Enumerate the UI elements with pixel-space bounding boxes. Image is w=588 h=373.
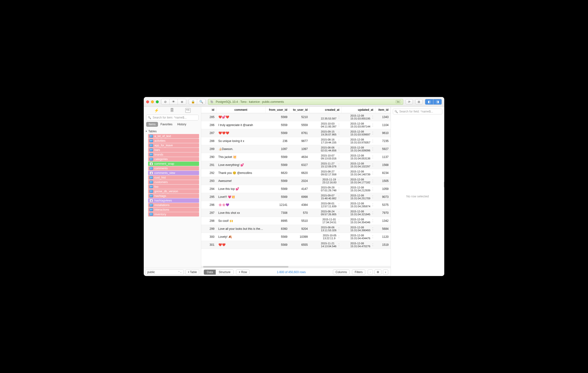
structure-tab[interactable]: Structure — [216, 270, 233, 274]
cell-from[interactable]: 8360 — [265, 225, 289, 233]
cell-created[interactable]: 2015-10-0513:22:11.9⌃⌄ — [310, 233, 342, 241]
add-table-button[interactable]: + Table — [186, 269, 199, 275]
sidebar-table-item[interactable]: cust_hist — [148, 175, 199, 180]
cell-comment[interactable]: Love this shot xx — [216, 209, 265, 217]
stepper-icon[interactable]: ⌃⌄ — [338, 188, 340, 190]
cell-updated[interactable]: 2015-12-0815:31:04.251709⌃⌄ — [342, 193, 375, 201]
table-row[interactable]: 299Love all your looks but this is the b… — [201, 225, 391, 233]
table-row[interactable]: 291Love everything! 💕556963272015-11-271… — [201, 161, 391, 169]
cell-from[interactable]: 5569 — [265, 177, 289, 185]
cell-created[interactable]: 2015-09-0715:48:40.882⌃⌄ — [310, 193, 342, 201]
stepper-icon[interactable]: ⌃⌄ — [372, 228, 373, 230]
right-panel-toggle[interactable]: ◨ — [433, 99, 441, 105]
cell-updated[interactable]: 2015-12-0815:31:04.140739⌃⌄ — [342, 169, 375, 177]
stepper-icon[interactable]: ⌃⌄ — [372, 156, 373, 158]
cell-comment[interactable]: 🌸🌸💜 — [216, 201, 265, 209]
cell-to[interactable]: 8761 — [289, 129, 310, 137]
col-comment[interactable]: comment — [216, 107, 265, 113]
cell-id[interactable]: 286 — [201, 121, 216, 129]
cell-to[interactable]: 9877 — [289, 137, 310, 145]
cell-comment[interactable]: So unique loving it x — [216, 137, 265, 145]
cell-from[interactable]: 236 — [265, 137, 289, 145]
cell-id[interactable]: 292 — [201, 169, 216, 177]
data-grid-scroll[interactable]: id comment from_user_id to_user_id creat… — [201, 107, 391, 266]
cell-updated[interactable]: 2015-12-0815:31:04.354346⌃⌄ — [342, 217, 375, 225]
cell-id[interactable]: 288 — [201, 137, 216, 145]
stepper-icon[interactable]: ⌃⌄ — [338, 204, 340, 206]
search-button[interactable]: 🔍 — [197, 99, 205, 105]
cell-comment[interactable]: So cool! 🙌 — [216, 217, 265, 225]
stop-button[interactable]: ⊘ — [161, 99, 170, 105]
cell-updated[interactable]: 2015-12-0815:31:03.970057⌃⌄ — [342, 137, 375, 145]
cell-id[interactable]: 297 — [201, 209, 216, 217]
tables-section-header[interactable]: Tables — [144, 129, 201, 134]
cell-updated[interactable]: 2015-12-0815:31:04.177182⌃⌄ — [342, 177, 375, 185]
cell-updated[interactable]: 2015-12-0815:31:03.897144⌃⌄ — [342, 121, 375, 129]
col-created-at[interactable]: created_at — [310, 107, 342, 113]
stepper-icon[interactable]: ⌃⌄ — [372, 148, 373, 150]
table-row[interactable]: 287❤️❤️❤️556987612015-09-1519:26:07.865⌃… — [201, 129, 391, 137]
sidebar-table-item[interactable]: inventory — [148, 212, 199, 217]
sidebar-table-item[interactable]: foo — [148, 185, 199, 189]
cell-updated[interactable]: 2015-12-0815:31:04.212939⌃⌄ — [342, 185, 375, 193]
sidebar-table-item[interactable]: hashtagviews — [148, 198, 199, 203]
minimize-window-button[interactable] — [151, 100, 154, 103]
cell-created[interactable]: 2015-08-0613:11:53.326⌃⌄ — [310, 225, 342, 233]
cell-to[interactable]: 9204 — [289, 225, 310, 233]
prev-page-button[interactable]: ‹ — [368, 269, 373, 275]
cell-id[interactable]: 295 — [201, 193, 216, 201]
cell-from[interactable]: 5569 — [265, 193, 289, 201]
sidebar-table-item[interactable]: bars — [148, 148, 199, 152]
cell-to[interactable]: 4634 — [289, 153, 310, 161]
cell-from[interactable]: 6620 — [265, 169, 289, 177]
stepper-icon[interactable]: ⌃⌄ — [372, 124, 373, 126]
cell-updated[interactable]: 2015-12-0815:31:04.102297⌃⌄ — [342, 161, 375, 169]
cell-item[interactable]: 7235 — [375, 137, 391, 145]
stepper-icon[interactable]: ⌃⌄ — [372, 236, 373, 238]
connection-breadcrumb[interactable]: 🐘 PostgreSQL 10.4 : Tono : katonice : pu… — [208, 99, 403, 105]
cell-to[interactable]: 6620 — [289, 169, 310, 177]
sidebar-table-item[interactable]: hashtags — [148, 194, 199, 198]
cell-item[interactable]: 1505 — [375, 177, 391, 185]
cell-to[interactable]: 4384 — [289, 201, 310, 209]
cell-item[interactable]: 9073 — [375, 193, 391, 201]
cell-to[interactable]: 5510 — [289, 217, 310, 225]
cell-item[interactable]: 7970 — [375, 209, 391, 217]
cell-updated[interactable]: 2015-12-0815:31:04.285874⌃⌄ — [342, 201, 375, 209]
sidebar-table-item[interactable]: app_for_leave — [148, 143, 199, 148]
cell-created[interactable]: 2015-08-1617:19:44.155⌃⌄ — [310, 137, 342, 145]
cell-from[interactable]: 5569 — [265, 185, 289, 193]
filters-button[interactable]: Filters — [352, 269, 365, 275]
table-row[interactable]: 298So cool! 🙌899555102015-11-0117:34:24.… — [201, 217, 391, 225]
cell-created[interactable]: 2015-11-2715:12:09.076⌃⌄ — [310, 161, 342, 169]
sidebar-table-item[interactable]: comments — [148, 166, 199, 171]
sidebar-table-item[interactable]: activities — [148, 139, 199, 143]
cell-from[interactable]: 1097 — [265, 145, 289, 153]
cell-comment[interactable]: Love this top 💕 — [216, 185, 265, 193]
tab-items[interactable]: Items — [146, 122, 158, 127]
cell-to[interactable]: 10399 — [289, 233, 310, 241]
settings-gear-button[interactable]: ⚙ — [374, 269, 381, 275]
cell-id[interactable]: 294 — [201, 185, 216, 193]
cell-to[interactable]: 570 — [289, 209, 310, 217]
columns-button[interactable]: Columns — [333, 269, 350, 275]
stepper-icon[interactable]: ⌃⌄ — [372, 164, 373, 166]
left-panel-toggle[interactable]: ◧ — [425, 99, 433, 105]
cell-to[interactable]: 4147 — [289, 185, 310, 193]
schema-select[interactable]: public⌃⌄ — [146, 269, 184, 275]
table-row[interactable]: 288So unique loving it x23698772015-08-1… — [201, 137, 391, 145]
preview-button[interactable]: 👁 — [170, 99, 178, 105]
stepper-icon[interactable]: ⌃⌄ — [372, 212, 373, 214]
cell-created[interactable]: 2015-08-2709:02:17.558⌃⌄ — [310, 169, 342, 177]
stepper-icon[interactable]: ⌃⌄ — [338, 172, 340, 174]
cell-comment[interactable]: I truly appreciate it @sarah — [216, 121, 265, 129]
table-row[interactable]: 285❤️💕❤️5569521022:35:53.587⌃⌄2015-12-08… — [201, 113, 391, 121]
stepper-icon[interactable]: ⌃⌄ — [338, 116, 340, 118]
stepper-icon[interactable]: ⌃⌄ — [338, 180, 340, 182]
cell-item[interactable]: 5684 — [375, 225, 391, 233]
table-row[interactable]: 286I truly appreciate it @sarah555955592… — [201, 121, 391, 129]
cell-created[interactable]: 2015-08-0602:01:44.656⌃⌄ — [310, 145, 342, 153]
cell-id[interactable]: 289 — [201, 145, 216, 153]
cell-created[interactable]: 2015-10-0709:13:03.016⌃⌄ — [310, 153, 342, 161]
stepper-icon[interactable]: ⌃⌄ — [372, 204, 373, 206]
